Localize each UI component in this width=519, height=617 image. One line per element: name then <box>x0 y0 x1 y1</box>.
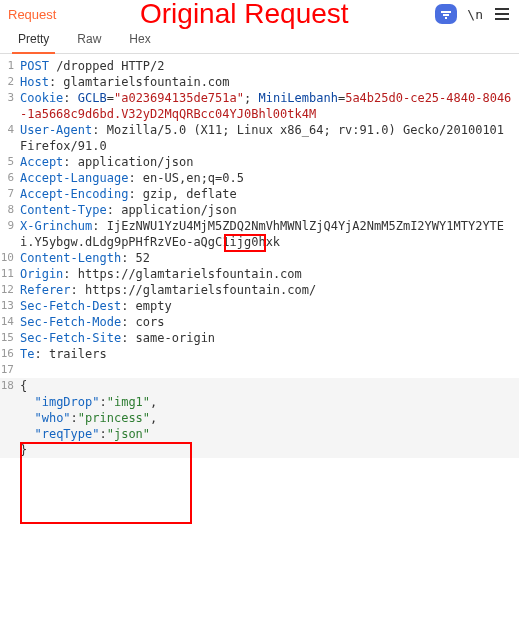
header-sec-fetch-mode: Sec-Fetch-Mode: cors <box>20 314 519 330</box>
request-body: { "imgDrop":"img1", "who":"princess", "r… <box>20 378 519 458</box>
header-content-type: Content-Type: application/json <box>20 202 519 218</box>
request-line: POST /dropped HTTP/2 <box>20 58 519 74</box>
line-number: 12 <box>0 282 20 298</box>
line-number: 7 <box>0 186 20 202</box>
line-number: 13 <box>0 298 20 314</box>
header-referer: Referer: https://glamtarielsfountain.com… <box>20 282 519 298</box>
escape-chars-toggle[interactable]: \n <box>467 7 483 22</box>
svg-rect-0 <box>441 11 451 13</box>
tab-hex[interactable]: Hex <box>123 28 156 53</box>
header-actions: \n <box>435 4 511 24</box>
line-number: 8 <box>0 202 20 218</box>
svg-rect-1 <box>443 14 449 16</box>
line-number: 5 <box>0 154 20 170</box>
header-te: Te: trailers <box>20 346 519 362</box>
line-number: 15 <box>0 330 20 346</box>
header-cookie: Cookie: GCLB="a023694135de751a"; MiniLem… <box>20 90 519 122</box>
line-number: 16 <box>0 346 20 362</box>
http-editor[interactable]: 1POST /dropped HTTP/2 2Host: glamtariels… <box>0 54 519 462</box>
line-number: 6 <box>0 170 20 186</box>
line-number: 18 <box>0 378 20 394</box>
hamburger-menu-icon[interactable] <box>493 6 511 22</box>
tab-pretty[interactable]: Pretty <box>12 28 55 54</box>
header-origin: Origin: https://glamtarielsfountain.com <box>20 266 519 282</box>
tab-raw[interactable]: Raw <box>71 28 107 53</box>
line-number: 17 <box>0 362 20 378</box>
header-x-grinchum: X-Grinchum: IjEzNWU1YzU4MjM5ZDQ2NmVhMWNl… <box>20 218 519 250</box>
header-sec-fetch-dest: Sec-Fetch-Dest: empty <box>20 298 519 314</box>
actions-target-icon[interactable] <box>435 4 457 24</box>
line-number: 3 <box>0 90 20 106</box>
line-number: 11 <box>0 266 20 282</box>
header-sec-fetch-site: Sec-Fetch-Site: same-origin <box>20 330 519 346</box>
line-number: 14 <box>0 314 20 330</box>
panel-header: Request Original Request \n <box>0 0 519 24</box>
header-user-agent: User-Agent: Mozilla/5.0 (X11; Linux x86_… <box>20 122 519 154</box>
line-number: 9 <box>0 218 20 234</box>
svg-rect-2 <box>445 17 447 19</box>
header-accept-encoding: Accept-Encoding: gzip, deflate <box>20 186 519 202</box>
header-accept: Accept: application/json <box>20 154 519 170</box>
header-content-length: Content-Length: 52 <box>20 250 519 266</box>
panel-title: Request <box>8 7 56 22</box>
line-number: 4 <box>0 122 20 138</box>
line-number: 10 <box>0 250 20 266</box>
header-accept-language: Accept-Language: en-US,en;q=0.5 <box>20 170 519 186</box>
annotation-original-request: Original Request <box>140 0 349 30</box>
line-number: 1 <box>0 58 20 74</box>
line-number: 2 <box>0 74 20 90</box>
header-host: Host: glamtarielsfountain.com <box>20 74 519 90</box>
